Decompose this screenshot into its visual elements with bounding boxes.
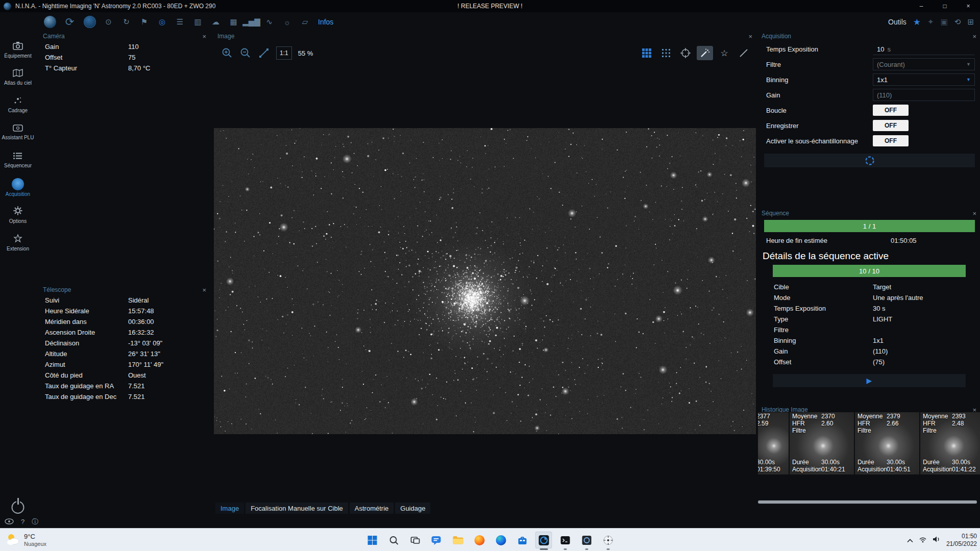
sidebar-item-extension[interactable]: Extension [0, 230, 36, 256]
star-detection-icon[interactable]: ☆ [716, 46, 732, 60]
weather-cloud-icon[interactable]: ☁ [210, 17, 222, 27]
history-card[interactable]: Moyenne2393 HFR2.48 Filtre Durée30.00s A… [920, 412, 980, 474]
gain-input[interactable]: (110) [873, 89, 975, 101]
flag-icon[interactable]: ⚑ [138, 17, 150, 27]
minimize-button[interactable]: – [910, 0, 933, 12]
sidebar-item-sequenceur[interactable]: Séquenceur [0, 147, 36, 173]
zoom-out-icon[interactable] [236, 44, 255, 62]
history-card[interactable]: Moyenne2370 HFR2.60 Filtre Durée30.00s A… [790, 412, 854, 474]
sidebar-item-cadrage[interactable]: Cadrage [0, 92, 36, 118]
photos-icon[interactable] [578, 532, 595, 548]
store-icon[interactable] [514, 532, 531, 548]
tab-image[interactable]: Image [215, 503, 244, 514]
sidebar-item-options[interactable]: Options [0, 202, 36, 229]
row-value: Une après l'autre [873, 294, 923, 302]
sidebar-item-acquisition[interactable]: Acquisition [0, 174, 36, 201]
sky-globe-icon[interactable] [83, 16, 96, 28]
history-card[interactable]: Moyenne2377 HFR2.59 Filtre Durée30.00s A… [758, 412, 789, 474]
one-to-one-zoom-button[interactable]: 1:1 [276, 46, 292, 60]
scrollbar-thumb[interactable] [758, 500, 977, 504]
flat-light-icon[interactable]: ☼ [281, 18, 293, 27]
row-value: LIGHT [873, 315, 892, 323]
save-toggle[interactable]: OFF [873, 120, 909, 131]
weather-widget[interactable]: 9°C Nuageux [2, 529, 51, 551]
nina-taskbar-icon[interactable] [535, 532, 552, 548]
power-button[interactable] [12, 501, 24, 514]
rotator-icon[interactable]: ↻ [120, 17, 132, 27]
wand-tool-icon[interactable]: ✦ [927, 17, 934, 27]
binning-dropdown[interactable]: 1x1 ▼ [873, 73, 975, 86]
history-scrollbar[interactable] [758, 500, 977, 504]
tray-volume-icon[interactable] [933, 536, 941, 545]
infos-label[interactable]: Infos [318, 18, 333, 26]
start-button[interactable] [364, 532, 381, 548]
columns-icon[interactable]: ▥ [192, 17, 204, 27]
filter-dropdown[interactable]: (Courant) ▼ [873, 58, 975, 70]
favorite-star-icon[interactable]: ★ [913, 17, 921, 28]
tag-panel-icon[interactable]: ▱ [299, 17, 311, 27]
fit-to-screen-icon[interactable] [255, 44, 273, 62]
guider-target-icon[interactable]: ◎ [156, 17, 168, 27]
focuser-icon[interactable]: ⊙ [103, 17, 114, 27]
toolbar-left-group: ⟳ ⊙ ↻ ⚑ ◎ ☰ ▥ ☁ ▦ ▂▅▇ ∿ ☼ ▱ Infos [0, 16, 333, 28]
tray-wifi-icon[interactable] [919, 536, 927, 545]
close-icon[interactable]: × [972, 210, 976, 217]
terminal-icon[interactable] [557, 532, 574, 548]
sequence-play-button[interactable]: ▶ [773, 374, 966, 387]
layout-tool-icon[interactable]: ⊞ [967, 17, 974, 27]
pixel-grid-icon[interactable] [658, 46, 674, 60]
sync-icon[interactable]: ⟳ [63, 16, 77, 28]
crosshair-icon[interactable] [677, 46, 694, 60]
statistics-table-icon[interactable]: ▦ [228, 17, 239, 27]
phd2-icon[interactable] [600, 532, 617, 548]
frame-tool-icon[interactable]: ▣ [941, 17, 948, 27]
close-icon[interactable]: × [748, 33, 752, 40]
history-tool-icon[interactable]: ⟲ [954, 17, 961, 27]
start-capture-button[interactable] [764, 154, 975, 167]
histogram-icon[interactable]: ▂▅▇ [246, 17, 257, 27]
hfr-history-icon[interactable]: ∿ [263, 17, 275, 27]
stat-label: HFR [923, 420, 952, 428]
loop-toggle[interactable]: OFF [873, 105, 909, 116]
maximize-button[interactable]: □ [933, 0, 957, 12]
file-explorer-icon[interactable] [450, 532, 467, 548]
tab-focalisation-manuelle[interactable]: Focalisation Manuelle sur Cible [246, 503, 348, 514]
exposure-input[interactable]: 10 s [873, 43, 975, 55]
edge-icon[interactable] [493, 532, 509, 548]
tray-chevron-up-icon[interactable] [907, 536, 913, 545]
info-icon[interactable]: ⓘ [32, 517, 38, 527]
eye-icon[interactable] [5, 517, 14, 527]
line-profile-icon[interactable] [736, 46, 752, 60]
sequence-list-icon[interactable]: ☰ [174, 17, 186, 27]
history-card[interactable]: Moyenne2379 HFR2.66 Filtre Durée30.00s A… [855, 412, 919, 474]
task-view-icon[interactable] [407, 532, 424, 548]
tab-guidage[interactable]: Guidage [395, 503, 430, 514]
search-icon[interactable] [385, 532, 402, 548]
subsample-toggle[interactable]: OFF [873, 135, 909, 146]
sidebar-item-equipement[interactable]: Équipement [0, 37, 36, 63]
auto-stretch-wand-icon[interactable] [697, 46, 713, 60]
close-icon[interactable]: × [972, 33, 976, 40]
close-icon[interactable]: × [202, 33, 206, 40]
firefox-icon[interactable] [471, 532, 488, 548]
system-tray: 01:50 21/05/2022 [907, 529, 977, 551]
main-toolbar: ⟳ ⊙ ↻ ⚑ ◎ ☰ ▥ ☁ ▦ ▂▅▇ ∿ ☼ ▱ Infos Outils… [0, 12, 980, 32]
outils-label[interactable]: Outils [888, 18, 906, 26]
sidebar-item-atlas[interactable]: Atlas du ciel [0, 64, 36, 91]
zoom-in-icon[interactable] [218, 44, 236, 62]
close-button[interactable]: × [957, 0, 980, 12]
sidebar-item-assistant-plu[interactable]: Assistant PLU [0, 119, 36, 146]
gain-label: Gain [766, 91, 873, 99]
tab-astrometrie[interactable]: Astrométrie [350, 503, 394, 514]
row-value: 7.521 [128, 393, 145, 400]
binning-label: Binning [766, 76, 873, 84]
star-field-image[interactable] [214, 128, 756, 434]
taskbar-clock[interactable]: 01:50 21/05/2022 [946, 533, 977, 548]
camera-lens-icon[interactable] [43, 16, 57, 28]
table-row: Altitude26° 31' 13" [39, 348, 210, 359]
chat-icon[interactable] [428, 532, 445, 548]
exposure-unit: s [887, 45, 891, 53]
help-icon[interactable]: ? [21, 518, 24, 525]
close-icon[interactable]: × [202, 287, 206, 293]
grid-overlay-icon[interactable] [639, 46, 655, 60]
